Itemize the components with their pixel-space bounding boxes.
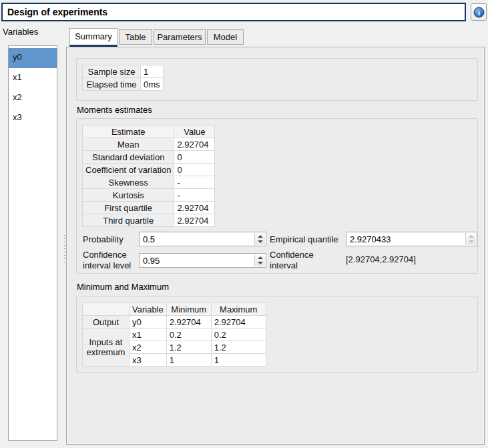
minmax-input-max: 1 (211, 354, 266, 367)
run-info-value: 1 (141, 65, 164, 78)
run-info-value: 0ms (141, 78, 164, 91)
moments-row-value: - (174, 176, 215, 189)
variable-item-x3[interactable]: x3 (9, 108, 57, 128)
tab-parameters[interactable]: Parameters (154, 29, 206, 45)
moments-row-value: 2.92704 (174, 214, 215, 227)
analysis-title-input[interactable] (1, 3, 466, 21)
minmax-table: Variable Minimum Maximum Output y0 2.927… (82, 302, 266, 367)
variables-panel-title: Variables (3, 27, 38, 37)
moments-row-value: 2.92704 (174, 138, 215, 151)
moments-row-value: 0 (174, 164, 215, 176)
minmax-header-empty (83, 303, 130, 316)
confidence-interval-level-input[interactable] (140, 254, 254, 267)
minmax-output-max: 2.92704 (211, 316, 266, 328)
empirical-quantile-spinbox[interactable] (346, 232, 477, 246)
moments-row-label: Third quartile (83, 214, 174, 227)
spin-down-icon (469, 240, 474, 243)
minmax-section-title: Minimum and Maximum (77, 282, 169, 292)
minmax-output-group-label: Output (83, 316, 130, 328)
minmax-output-min: 2.92704 (166, 316, 211, 328)
run-info-label: Elapsed time (83, 78, 141, 91)
empirical-quantile-label: Empirical quantile (270, 234, 338, 245)
minmax-input-max: 1.2 (211, 341, 266, 354)
empirical-quantile-input[interactable] (346, 232, 465, 246)
spin-up-icon (469, 235, 474, 238)
moments-row-label: Kurtosis (83, 189, 174, 202)
confidence-interval-level-label: Confidence interval level (83, 250, 139, 271)
moments-table: Estimate Value Mean 2.92704 Standard dev… (82, 125, 215, 227)
minmax-header-minimum: Minimum (166, 303, 211, 316)
tab-summary[interactable]: Summary (69, 28, 117, 47)
tab-table[interactable]: Table (119, 29, 152, 45)
moments-row-label: First quartile (83, 202, 174, 214)
probability-input[interactable] (140, 232, 254, 246)
minmax-inputs-group-label: Inputs at extremum (83, 328, 130, 367)
spin-up-icon[interactable] (258, 256, 263, 259)
minmax-input-variable: x1 (130, 328, 167, 341)
spinner-arrows[interactable] (254, 233, 265, 245)
variable-item-x1[interactable]: x1 (9, 68, 57, 88)
confidence-interval-value: [2.92704;2.92704] (346, 254, 416, 265)
run-info-group: Sample size 1 Elapsed time 0ms (76, 58, 478, 101)
moments-row-value: - (174, 189, 215, 202)
run-info-table: Sample size 1 Elapsed time 0ms (82, 65, 164, 91)
tab-model[interactable]: Model (207, 29, 244, 45)
minmax-output-variable: y0 (130, 316, 167, 328)
moments-header-value: Value (174, 126, 215, 138)
probability-spinbox[interactable] (139, 232, 266, 246)
moments-row-label: Coefficient of variation (83, 164, 174, 176)
moments-row-label: Mean (83, 138, 174, 151)
moments-row-value: 0 (174, 151, 215, 164)
variables-list: y0 x1 x2 x3 (8, 45, 57, 441)
minmax-input-variable: x3 (130, 354, 167, 367)
moments-group: Estimate Value Mean 2.92704 Standard dev… (76, 118, 478, 274)
spinner-arrows[interactable] (254, 254, 265, 266)
moments-row-value: 2.92704 (174, 202, 215, 214)
moments-row-label: Standard deviation (83, 151, 174, 164)
probability-label: Probability (83, 234, 124, 245)
info-button[interactable]: i (471, 3, 487, 21)
svg-text:i: i (477, 9, 479, 17)
splitter-handle[interactable] (64, 235, 65, 264)
spin-down-icon[interactable] (258, 262, 263, 264)
moments-row-label: Skewness (83, 176, 174, 189)
minmax-header-maximum: Maximum (211, 303, 266, 316)
moments-header-estimate: Estimate (83, 126, 174, 138)
minmax-group: Variable Minimum Maximum Output y0 2.927… (76, 296, 478, 373)
confidence-interval-label: Confidence interval (270, 250, 326, 271)
info-icon: i (473, 7, 485, 18)
spin-up-icon[interactable] (258, 235, 263, 238)
minmax-input-min: 0.2 (166, 328, 211, 341)
minmax-input-max: 0.2 (211, 328, 266, 341)
confidence-interval-level-spinbox[interactable] (139, 253, 266, 268)
run-info-label: Sample size (83, 65, 141, 78)
moments-section-title: Moments estimates (77, 105, 152, 115)
variable-item-x2[interactable]: x2 (9, 88, 57, 108)
minmax-input-min: 1 (166, 354, 211, 367)
variable-item-y0[interactable]: y0 (9, 48, 57, 68)
spin-down-icon[interactable] (258, 240, 263, 243)
minmax-header-variable: Variable (130, 303, 167, 316)
spinner-arrows (465, 233, 476, 245)
minmax-input-min: 1.2 (166, 341, 211, 354)
summary-tab-pane: Sample size 1 Elapsed time 0ms Moments e… (66, 47, 485, 445)
minmax-input-variable: x2 (130, 341, 167, 354)
